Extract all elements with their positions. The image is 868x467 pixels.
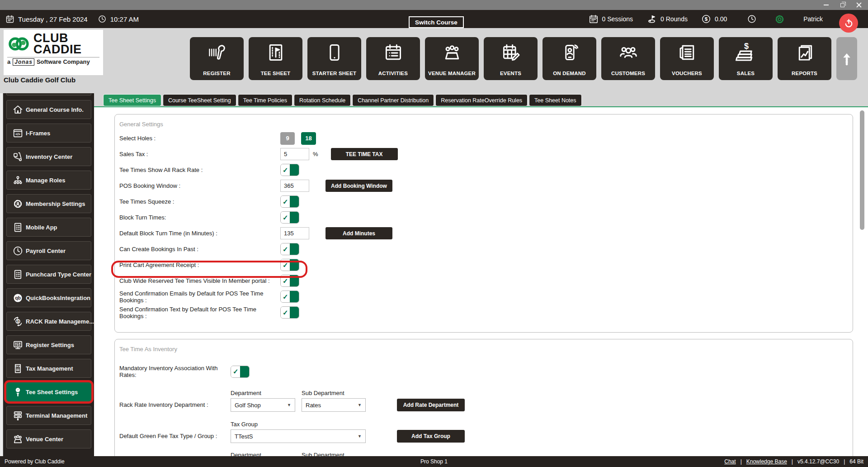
sidebar-item-punchcard-type-center[interactable]: Punchcard Type Center — [6, 265, 91, 284]
check-icon: ✓ — [283, 277, 288, 285]
handtruck-icon — [9, 151, 26, 162]
tee-times-squeeze-toggle[interactable]: ✓ — [280, 195, 299, 208]
knowledge-base-link[interactable]: Knowledge Base — [746, 458, 787, 465]
tab-tee-sheet-notes[interactable]: Tee Sheet Notes — [529, 94, 581, 106]
sidebar-item-rack-rate-management[interactable]: RACK Rate Manageme... — [6, 312, 91, 331]
jonas-logo: Jonas — [13, 58, 34, 66]
sidebar-item-register-settings[interactable]: Register Settings — [6, 335, 91, 354]
block-turn-times-toggle[interactable]: ✓ — [280, 211, 299, 224]
department-select[interactable]: Golf Shop ▼ — [231, 398, 295, 412]
tab-reservation-rateoverride-rules[interactable]: Reservation RateOverride Rules — [435, 94, 528, 106]
holes-9-button[interactable]: 9 — [280, 132, 295, 145]
app-arch: 64 Bit — [849, 458, 863, 465]
logo-word-caddie: CADDIE — [33, 44, 82, 55]
nav-starter-sheet[interactable]: STARTER SHEET — [307, 37, 361, 80]
check-icon: ✓ — [283, 166, 288, 174]
add-minutes-button[interactable]: Add Minutes — [326, 227, 392, 239]
mandatory-association-toggle[interactable]: ✓ — [231, 366, 250, 378]
current-date: Tuesday , 27 Feb 2024 — [18, 15, 88, 23]
tax-receipt-icon — [9, 363, 26, 374]
sales-tax-input[interactable] — [280, 148, 309, 160]
power-icon — [844, 18, 854, 29]
add-booking-window-button[interactable]: Add Booking Window — [326, 180, 392, 192]
check-icon: ✓ — [283, 309, 288, 317]
report-chart-icon — [795, 38, 815, 67]
sidebar-item-payroll-center[interactable]: Payroll Center — [6, 241, 91, 260]
sidebar-item-quickbooksintegration[interactable]: QuickBooksIntegration — [6, 288, 91, 307]
pos-booking-window-input[interactable] — [280, 180, 309, 192]
sessions-calendar-icon — [589, 14, 599, 24]
tab-channel-partner-distribution[interactable]: Channel Partner Distribution — [352, 94, 434, 106]
collapse-nav-button[interactable] — [836, 37, 857, 80]
tab-rotation-schedule[interactable]: Rotation Schedule — [294, 94, 351, 106]
sidebar-item-manage-roles[interactable]: Manage Roles — [6, 171, 91, 190]
barcode-scanner-icon — [207, 38, 227, 67]
send-confirmation-text-toggle[interactable]: ✓ — [280, 306, 299, 319]
sidebar-item-i-frames[interactable]: I-Frames — [6, 124, 91, 143]
nav-events[interactable]: EVENTS — [484, 37, 538, 80]
minimize-icon[interactable] — [824, 5, 829, 5]
tab-tee-sheet-settings[interactable]: Tee Sheet Settings — [103, 94, 161, 106]
content-scrollbar-thumb[interactable] — [860, 110, 864, 230]
sidebar-item-partial[interactable] — [6, 93, 91, 95]
add-tax-group-button[interactable]: Add Tax Group — [397, 430, 465, 443]
sub-department-select[interactable]: Rates ▼ — [302, 398, 366, 412]
clock-icon — [9, 245, 26, 257]
logged-in-user[interactable]: Patrick — [803, 15, 823, 23]
sidebar-item-mobile-app[interactable]: Mobile App — [6, 218, 91, 237]
send-confirmation-text-row: Send Confirmation Text by Default for PO… — [115, 305, 853, 320]
sidebar-item-general-course-info[interactable]: General Course Info. — [6, 100, 91, 119]
tab-course-teesheet-setting[interactable]: Course TeeSheet Setting — [163, 94, 236, 106]
current-time: 10:27 AM — [110, 15, 139, 23]
tab-tee-time-policies[interactable]: Tee Time Policies — [238, 94, 292, 106]
sidebar-item-inventory-center[interactable]: Inventory Center — [6, 147, 91, 166]
settings-content: General Settings Select Holes : 9 18 Sal… — [94, 107, 868, 456]
separator: | — [844, 458, 845, 465]
nav-reports[interactable]: REPORTS — [778, 37, 831, 80]
nav-on-demand[interactable]: ON DEMAND — [542, 37, 596, 80]
sidebar-item-membership-settings[interactable]: Membership Settings — [6, 194, 91, 213]
nav-sales[interactable]: SALES — [719, 37, 773, 80]
sidebar-item-venue-center[interactable]: Venue Center — [6, 429, 91, 448]
power-logout-button[interactable] — [839, 14, 858, 33]
mandatory-association-row: Mandatory Inventory Association With Rat… — [115, 362, 853, 381]
restore-icon[interactable] — [840, 3, 844, 7]
nav-venue-manager[interactable]: VENUE MANAGER — [425, 37, 479, 80]
sidebar-list: General Course Info. I-Frames Inventory … — [4, 93, 94, 448]
add-rate-department-button[interactable]: Add Rate Department — [397, 399, 465, 411]
clock-icon — [98, 14, 107, 24]
sidebar-item-terminal-management[interactable]: Terminal Management — [6, 406, 91, 425]
document-list-icon — [9, 222, 26, 233]
close-icon[interactable] — [856, 2, 862, 8]
send-confirmation-emails-toggle[interactable]: ✓ — [280, 291, 299, 303]
nav-activities[interactable]: ACTIVITIES — [366, 37, 420, 80]
holes-18-button[interactable]: 18 — [301, 132, 316, 145]
sidebar-scrollbar[interactable] — [0, 93, 3, 456]
amount-stat: 0.00 — [701, 14, 727, 24]
switch-course-button[interactable]: Switch Course — [409, 16, 464, 28]
chevron-down-icon: ▼ — [358, 403, 362, 407]
settings-gear-icon[interactable] — [774, 14, 785, 25]
show-all-rack-rate-toggle[interactable]: ✓ — [280, 164, 299, 176]
sidebar-item-tee-sheet-settings[interactable]: Tee Sheet Settings — [6, 382, 91, 401]
bookings-in-past-toggle[interactable]: ✓ — [280, 243, 299, 255]
club-wide-reserved-toggle[interactable]: ✓ — [280, 275, 299, 287]
chat-link[interactable]: Chat — [724, 458, 736, 465]
nav-tee-sheet[interactable]: TEE SHEET — [249, 37, 302, 80]
print-cart-agreement-toggle[interactable]: ✓ — [280, 259, 299, 271]
app-header: CLUB CADDIE a Jonas Software Company Clu… — [0, 28, 868, 93]
calendar-icon — [5, 14, 14, 24]
time-clock-icon[interactable] — [747, 14, 757, 24]
nav-customers[interactable]: CUSTOMERS — [601, 37, 655, 80]
sidebar-item-tax-management[interactable]: Tax Management — [6, 359, 91, 378]
tee-time-tax-button[interactable]: TEE TIME TAX — [331, 148, 398, 160]
nav-register[interactable]: REGISTER — [190, 37, 244, 80]
tax-group-select[interactable]: TTestS ▼ — [231, 429, 366, 443]
meeting-table-icon — [442, 38, 462, 67]
default-block-turn-input[interactable] — [280, 227, 309, 239]
register-sliders-icon — [9, 339, 26, 351]
nav-vouchers[interactable]: VOUCHERS — [660, 37, 714, 80]
separator: | — [741, 458, 742, 465]
pos-booking-window-row: POS Booking Window : Add Booking Window — [115, 178, 853, 194]
logo-tagline: a Jonas Software Company — [7, 57, 99, 66]
